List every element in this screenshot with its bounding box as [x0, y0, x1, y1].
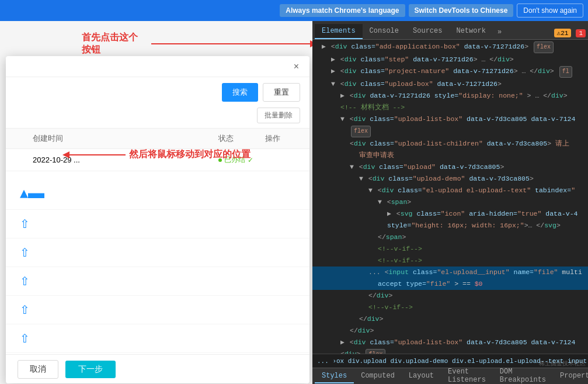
bottom-tab-properties[interactable]: Properties	[553, 369, 588, 383]
bottom-tab-styles[interactable]: Styles	[315, 369, 354, 383]
tabs-overflow[interactable]: »	[493, 25, 506, 39]
bottom-tab-dom-breakpoints[interactable]: DOM Breakpoints	[493, 365, 553, 385]
html-line[interactable]: ▶ <div class="project-nature" data-v-712…	[312, 65, 588, 78]
html-line[interactable]: ▼ <div class="el-upload el-upload--text"…	[312, 185, 588, 196]
upload-row-5: ⇧	[6, 324, 309, 353]
annotation-bottom-text: 然后将鼠标移动到对应的位置	[129, 148, 250, 161]
modal-dialog: × 搜索 重置 批量删除 创建时间 状态 操作	[6, 56, 309, 383]
upload-button-1[interactable]: ⇧	[18, 215, 32, 233]
upload-button-2[interactable]: ⇧	[18, 243, 32, 262]
switch-devtools-button[interactable]: Switch DevTools to Chinese	[409, 4, 514, 17]
upload-row-2: ⇧	[6, 238, 309, 267]
annotation-top-text: 首先点击这个按钮	[82, 32, 147, 56]
upload-row-3: ⇧	[6, 267, 309, 296]
html-line[interactable]: ▼ <div class="upload-box" data-v-71271d2…	[312, 78, 588, 90]
upload-button-4[interactable]: ⇧	[18, 300, 32, 319]
next-button[interactable]: 下一步	[65, 361, 116, 378]
html-line-selected[interactable]: ... <input class="el-upload__input" name…	[312, 267, 588, 278]
html-line[interactable]: <div> flex	[312, 348, 588, 354]
devtools-html-content[interactable]: ▶ <div class="add-application-box" data-…	[312, 40, 588, 354]
reset-button[interactable]: 重置	[263, 83, 300, 102]
devtools-tabs: Elements Console Sources Network » ⚠ 21 …	[312, 21, 588, 40]
modal-footer: 取消 下一步	[6, 354, 309, 383]
tab-console[interactable]: Console	[363, 24, 406, 39]
upload-row-4: ⇧	[6, 296, 309, 324]
html-line: style="height: 16px; width: 16px;">… </s…	[312, 220, 588, 231]
col-time-header: 创建时间	[33, 133, 218, 144]
devtools-panel: Elements Console Sources Network » ⚠ 21 …	[312, 21, 588, 384]
upload-button-3[interactable]: ⇧	[18, 272, 32, 290]
app-panel: 首先点击这个按钮 然后将鼠标移动到对应的位置 × 搜索 重置 批量删除	[0, 21, 312, 384]
warning-badge: ⚠ 21	[554, 29, 572, 37]
dont-show-again-button[interactable]: Don't show again	[517, 4, 583, 18]
html-line: <!--v-if-->	[312, 243, 588, 255]
html-line[interactable]: ▼ <div class="upload-demo" data-v-7d3ca8…	[312, 173, 588, 185]
html-line[interactable]: </div>	[312, 290, 588, 302]
html-line: 审查申请表	[312, 150, 588, 161]
bottom-tab-event-listeners[interactable]: Event Listeners	[441, 365, 493, 385]
annotation-top: 首先点击这个按钮	[82, 32, 312, 56]
table-header: 创建时间 状态 操作	[6, 128, 309, 149]
html-line[interactable]: </div>	[312, 325, 588, 337]
match-language-button[interactable]: Always match Chrome's language	[280, 4, 405, 17]
html-line[interactable]: ▶ <div class="add-application-box" data-…	[312, 41, 588, 54]
html-line[interactable]: ▶ <div class="step" data-v-71271d26> … <…	[312, 54, 588, 65]
html-line[interactable]: ▶ <div data-v-71271d26 style="display: n…	[312, 90, 588, 102]
html-line: <!-- 材料文档 -->	[312, 102, 588, 113]
arrow-left	[67, 154, 126, 155]
html-line[interactable]: ▼ <div class="upload" data-v-7d3ca805>	[312, 161, 588, 173]
batch-delete-button[interactable]: 批量删除	[257, 108, 300, 123]
bottom-tab-layout[interactable]: Layout	[402, 369, 441, 383]
notification-bar: Always match Chrome's language Switch De…	[0, 0, 588, 21]
bottom-tab-computed[interactable]: Computed	[354, 369, 402, 383]
annotation-bottom: 然后将鼠标移动到对应的位置	[67, 148, 250, 161]
col-status-header: 状态	[218, 133, 265, 144]
html-line[interactable]: ▼ <span>	[312, 196, 588, 208]
batch-delete-row: 批量删除	[6, 108, 309, 128]
html-line[interactable]: <div class="upload-list-children" data-v…	[312, 138, 588, 150]
html-line: flex	[312, 125, 588, 138]
modal-header: ×	[6, 56, 309, 77]
modal-toolbar: 搜索 重置	[6, 77, 309, 108]
tab-network[interactable]: Network	[449, 24, 492, 39]
tab-elements[interactable]: Elements	[315, 24, 363, 39]
html-line[interactable]: ▼ <div class="upload-list-box" data-v-7d…	[312, 113, 588, 125]
tab-sources[interactable]: Sources	[406, 24, 449, 39]
search-button[interactable]: 搜索	[222, 83, 258, 102]
html-line: <!--v-if-->	[312, 302, 588, 313]
html-line: <!--v-if-->	[312, 255, 588, 267]
html-line[interactable]: ▶ <svg class="icon" aria-hidden="true" d…	[312, 208, 588, 220]
col-check	[15, 133, 33, 144]
modal-close-button[interactable]: ×	[290, 60, 302, 73]
upload-main-button[interactable]: ▴▬	[18, 181, 47, 205]
html-line[interactable]: </span>	[312, 231, 588, 243]
html-line[interactable]: </div>	[312, 313, 588, 325]
col-action-header: 操作	[265, 133, 300, 144]
upload-row-1: ⇧	[6, 210, 309, 238]
error-badge: 1	[576, 29, 586, 37]
html-line[interactable]: ▶ <div class="upload-list-box" data-v-7d…	[312, 337, 588, 348]
cancel-button[interactable]: 取消	[18, 360, 58, 379]
upload-button-5[interactable]: ⇧	[18, 329, 32, 348]
upload-row-main: ▴▬	[6, 171, 309, 210]
arrow-right	[151, 43, 312, 44]
main-container: 首先点击这个按钮 然后将鼠标移动到对应的位置 × 搜索 重置 批量删除	[0, 21, 588, 384]
html-line-selected-2[interactable]: accept type="file" > == $0	[312, 278, 588, 290]
devtools-bottom-tabs: Styles Computed Layout Event Listeners D…	[312, 368, 588, 384]
